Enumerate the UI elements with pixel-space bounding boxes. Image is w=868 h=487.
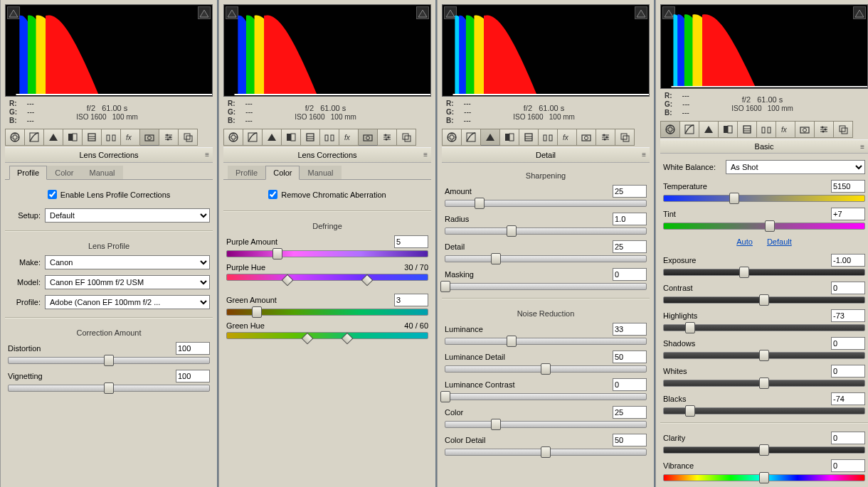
aperture-icon[interactable] [442,129,462,146]
luminance-contrast-input[interactable] [613,378,647,391]
vignetting-input[interactable] [176,370,210,382]
luminance-slider[interactable]: Luminance [445,323,647,345]
curve-icon[interactable] [462,129,481,146]
tab-profile[interactable]: Profile [228,166,265,179]
shadows-input[interactable] [831,337,865,350]
green-amount-slider[interactable]: Green Amount [226,294,428,316]
panel-menu-icon[interactable]: ≡ [642,151,647,159]
blacks-input[interactable] [831,392,865,405]
triangle-icon[interactable] [481,129,500,146]
amount-slider[interactable]: Amount [445,185,647,207]
make-select[interactable]: Canon [45,255,210,269]
panel-menu-icon[interactable]: ≡ [205,151,210,159]
tint-input[interactable] [831,208,865,220]
panel-menu-icon[interactable]: ≡ [423,151,428,159]
exposure-slider[interactable]: Exposure [663,254,865,276]
clarity-input[interactable] [831,432,865,444]
clarity-slider[interactable]: Clarity [663,432,865,454]
fx-icon[interactable]: fx [558,129,577,146]
bw-icon[interactable] [500,129,519,146]
crop-icon[interactable] [301,129,320,146]
sliders-icon[interactable] [378,129,397,146]
distortion-input[interactable] [176,342,210,355]
bw-icon[interactable] [282,129,301,146]
amount-input[interactable] [613,185,647,198]
overlap-icon[interactable] [397,129,416,146]
whites-slider[interactable]: Whites [663,365,865,387]
crop-icon[interactable] [738,121,757,138]
vibrance-input[interactable] [831,459,865,472]
profile-select[interactable]: Adobe (Canon EF 100mm f/2 ... [45,295,210,309]
color-input[interactable] [613,406,647,419]
camera-icon[interactable] [140,129,159,146]
masking-slider[interactable]: Masking [445,268,647,290]
overlap-icon[interactable] [615,129,635,146]
distortion-slider[interactable]: Distortion [8,342,210,364]
triangle-icon[interactable] [699,121,719,138]
masking-input[interactable] [613,268,647,281]
crop-icon[interactable] [519,129,539,146]
curve-icon[interactable] [680,121,699,138]
radius-input[interactable] [613,213,647,225]
vignetting-slider[interactable]: Vignetting [8,370,210,392]
overlap-icon[interactable] [179,129,198,146]
camera-icon[interactable] [359,129,378,146]
vibrance-slider[interactable]: Vibrance [663,459,865,481]
bw-icon[interactable] [63,129,83,146]
panel-menu-icon[interactable]: ≡ [860,143,865,151]
detail-slider[interactable]: Detail [445,240,647,262]
tab-manual[interactable]: Manual [300,166,341,179]
remove-ca-checkbox[interactable] [268,190,277,199]
model-select[interactable]: Canon EF 100mm f/2 USM [45,275,210,289]
luminance-input[interactable] [613,323,647,336]
tint-slider[interactable]: Tint [663,208,865,230]
temperature-input[interactable] [831,180,865,193]
crop-icon[interactable] [83,129,102,146]
color-detail-slider[interactable]: Color Detail [445,434,647,456]
purple-amount-input[interactable] [394,235,428,248]
purple-hue-slider[interactable]: Purple Hue30 / 70 [226,263,428,281]
color-slider[interactable]: Color [445,406,647,428]
exposure-input[interactable] [831,254,865,267]
curve-icon[interactable] [243,129,263,146]
highlights-input[interactable] [831,309,865,322]
radius-slider[interactable]: Radius [445,213,647,235]
aperture-icon[interactable] [223,129,243,146]
overlap-icon[interactable] [834,121,853,138]
ruler-icon[interactable] [757,121,776,138]
triangle-icon[interactable] [263,129,282,146]
luminance-detail-input[interactable] [613,350,647,363]
ruler-icon[interactable] [320,129,339,146]
aperture-icon[interactable] [660,121,680,138]
whites-input[interactable] [831,365,865,378]
temperature-slider[interactable]: Temperature [663,180,865,202]
green-hue-slider[interactable]: Green Hue40 / 60 [226,321,428,339]
fx-icon[interactable]: fx [776,121,795,138]
fx-icon[interactable]: fx [121,129,140,146]
contrast-input[interactable] [831,282,865,294]
curve-icon[interactable] [25,129,44,146]
camera-icon[interactable] [795,121,815,138]
tab-profile[interactable]: Profile [9,166,47,180]
luminance-contrast-slider[interactable]: Luminance Contrast [445,378,647,400]
purple-amount-slider[interactable]: Purple Amount [226,235,428,257]
ruler-icon[interactable] [102,129,121,146]
auto-link[interactable]: Auto [736,237,753,246]
sliders-icon[interactable] [159,129,179,146]
highlights-slider[interactable]: Highlights [663,309,865,331]
tab-color[interactable]: Color [265,166,300,180]
bw-icon[interactable] [719,121,738,138]
default-link[interactable]: Default [767,237,792,246]
green-amount-input[interactable] [394,294,428,306]
tab-color[interactable]: Color [47,166,81,179]
blacks-slider[interactable]: Blacks [663,392,865,414]
fx-icon[interactable]: fx [339,129,359,146]
ruler-icon[interactable] [539,129,558,146]
wb-select[interactable]: As Shot [726,160,865,174]
color-detail-input[interactable] [613,434,647,446]
aperture-icon[interactable] [5,129,25,146]
luminance-detail-slider[interactable]: Luminance Detail [445,350,647,373]
detail-input[interactable] [613,240,647,253]
shadows-slider[interactable]: Shadows [663,337,865,359]
triangle-icon[interactable] [44,129,63,146]
